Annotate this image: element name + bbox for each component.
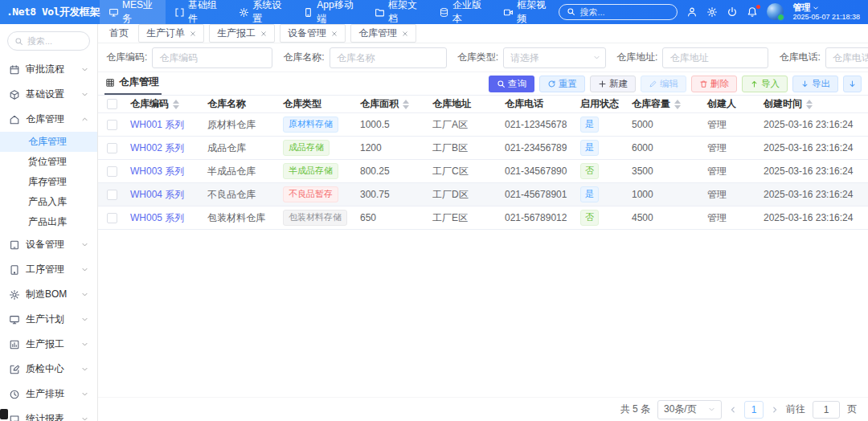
- row-checkbox[interactable]: [107, 213, 117, 223]
- sidebar-search[interactable]: [7, 31, 90, 51]
- row-checkbox[interactable]: [107, 166, 117, 177]
- edit-button[interactable]: 编辑: [641, 76, 686, 92]
- tab-production-report[interactable]: 生产报工: [209, 24, 275, 43]
- top-navbar: .Net8 Vol开发框架 MES业务 基础组件 系统设置 App移动端 框架文…: [0, 0, 868, 24]
- sidebar-search-input[interactable]: [27, 36, 84, 46]
- close-icon[interactable]: [190, 31, 196, 37]
- goto-page-input[interactable]: [813, 401, 840, 419]
- type-tag: 成品存储: [283, 140, 330, 155]
- notifications-bell-icon[interactable]: [747, 6, 758, 18]
- sort-icon[interactable]: [403, 100, 409, 109]
- column-header: 创建人: [707, 97, 736, 111]
- nav-item-app-mobile[interactable]: App移动端: [294, 0, 366, 24]
- sidebar-item-basic-settings[interactable]: 基础设置: [0, 82, 97, 107]
- tab-home[interactable]: 首页: [104, 24, 133, 43]
- user-avatar[interactable]: [767, 3, 784, 20]
- sort-icon[interactable]: [173, 100, 179, 109]
- column-header: 仓库类型: [283, 97, 321, 111]
- sidebar-subitem-label: 仓库管理: [28, 135, 67, 149]
- next-page-button[interactable]: [771, 406, 779, 414]
- global-search-input[interactable]: [579, 7, 660, 17]
- chevron-down-icon: [81, 390, 88, 398]
- warehouse-code-link[interactable]: WH002 系列: [130, 141, 184, 155]
- tab-device-mgmt[interactable]: 设备管理: [280, 24, 346, 43]
- global-search[interactable]: [559, 4, 678, 20]
- sidebar-item-production-schedule[interactable]: 生产排班: [0, 382, 97, 407]
- nav-item-label: 框架视频: [517, 0, 550, 26]
- sidebar-item-quality-center[interactable]: 质检中心: [0, 357, 97, 382]
- prev-page-button[interactable]: [729, 406, 737, 414]
- warehouse-code-link[interactable]: WH005 系列: [130, 211, 184, 225]
- nav-item-mes[interactable]: MES业务: [100, 0, 166, 24]
- sidebar-item-production-report[interactable]: 生产报工: [0, 332, 97, 357]
- column-header: 启用状态: [580, 97, 619, 111]
- table-row[interactable]: WH003 系列 半成品仓库 半成品存储 800.25 工厂C区 021-345…: [98, 160, 868, 183]
- query-button[interactable]: 查询: [489, 76, 534, 92]
- nav-item-settings[interactable]: 系统设置: [230, 0, 294, 24]
- warehouse-phone-input[interactable]: [825, 47, 868, 68]
- close-icon[interactable]: [402, 31, 408, 37]
- fullscreen-power-icon[interactable]: [727, 6, 738, 18]
- row-checkbox[interactable]: [107, 143, 117, 153]
- table-row[interactable]: WH004 系列 不良品仓库 不良品暂存 300.75 工厂D区 021-456…: [98, 183, 868, 206]
- sidebar-item-process-mgmt[interactable]: 工序管理: [0, 257, 97, 282]
- warehouse-address-input[interactable]: [662, 47, 768, 68]
- grid-icon: [105, 78, 115, 88]
- delete-button[interactable]: 删除: [691, 76, 737, 92]
- nav-item-docs[interactable]: 框架文档: [366, 0, 430, 24]
- select-all-checkbox[interactable]: [107, 99, 117, 109]
- page-number-current[interactable]: 1: [744, 401, 764, 419]
- sort-icon[interactable]: [806, 100, 813, 109]
- import-button[interactable]: 导入: [742, 76, 788, 92]
- type-tag: 包装材料存储: [283, 210, 347, 225]
- sidebar-item-statistics-reports[interactable]: 统计报表: [0, 407, 97, 421]
- sidebar-item-warehouse-mgmt[interactable]: 仓库管理: [0, 107, 97, 132]
- warehouse-type-select[interactable]: [503, 47, 606, 68]
- row-checkbox[interactable]: [107, 190, 117, 200]
- close-icon[interactable]: [260, 31, 267, 37]
- chevron-down-icon: [708, 406, 715, 413]
- table-row[interactable]: WH005 系列 包装材料仓库 包装材料存储 650 工厂E区 021-5678…: [98, 206, 868, 230]
- filter-label: 仓库名称:: [283, 51, 324, 64]
- export-button[interactable]: 导出: [792, 76, 838, 92]
- table-row[interactable]: WH002 系列 成品仓库 成品存储 1200 工厂B区 021-2345678…: [98, 137, 868, 160]
- sidebar-item-production-plan[interactable]: 生产计划: [0, 307, 97, 332]
- sidebar-item-approval-flow[interactable]: 审批流程: [0, 57, 97, 82]
- warehouse-code-link[interactable]: WH001 系列: [130, 118, 184, 132]
- sidebar-subitem-inventory-mgmt[interactable]: 库存管理: [0, 172, 97, 192]
- user-icon[interactable]: [686, 6, 698, 18]
- reset-button[interactable]: 重置: [539, 76, 585, 92]
- close-icon[interactable]: [331, 31, 338, 37]
- nav-item-enterprise[interactable]: 企业版本: [430, 0, 494, 24]
- tab-warehouse-mgmt[interactable]: 仓库管理: [350, 24, 416, 43]
- sidebar-subitem-product-inbound[interactable]: 产品入库: [0, 192, 97, 212]
- column-header: 创建时间: [764, 97, 802, 111]
- search-icon: [567, 7, 575, 16]
- warehouse-code-input[interactable]: [152, 47, 272, 68]
- row-checkbox[interactable]: [107, 120, 117, 130]
- sort-icon[interactable]: [674, 100, 681, 109]
- table-row[interactable]: WH001 系列 原材料仓库 原材料存储 1000.5 工厂A区 021-123…: [98, 113, 868, 137]
- sidebar-subitem-product-outbound[interactable]: 产品出库: [0, 212, 97, 232]
- create-button[interactable]: 新建: [590, 76, 636, 92]
- sort-toggle-button[interactable]: [843, 76, 862, 92]
- sidebar-subitem-warehouse-mgmt[interactable]: 仓库管理: [0, 132, 97, 152]
- sidebar-item-manufacturing-bom[interactable]: 制造BOM: [0, 282, 97, 307]
- filter-warehouse-code: 仓库编码:: [106, 47, 272, 68]
- tablet-icon: [9, 264, 20, 276]
- nav-item-components[interactable]: 基础组件: [166, 0, 230, 24]
- filter-label: 仓库电话:: [779, 51, 820, 64]
- user-info[interactable]: 管理 2025-05-07 21:18:38: [792, 2, 860, 22]
- chevron-down-icon: [81, 291, 88, 298]
- tab-production-order[interactable]: 生产订单: [138, 24, 204, 43]
- warehouse-name-input[interactable]: [330, 47, 447, 68]
- nav-item-videos[interactable]: 框架视频: [494, 0, 559, 24]
- column-header: 仓库名称: [207, 97, 246, 111]
- sidebar-subitem-slot-mgmt[interactable]: 货位管理: [0, 152, 97, 172]
- warehouse-code-link[interactable]: WH004 系列: [130, 188, 184, 202]
- chevron-down-icon: [81, 66, 88, 73]
- sidebar-item-device-mgmt[interactable]: 设备管理: [0, 232, 97, 257]
- settings-icon[interactable]: [706, 6, 718, 18]
- page-size-select[interactable]: 30条/页: [657, 400, 722, 419]
- warehouse-code-link[interactable]: WH003 系列: [130, 165, 184, 178]
